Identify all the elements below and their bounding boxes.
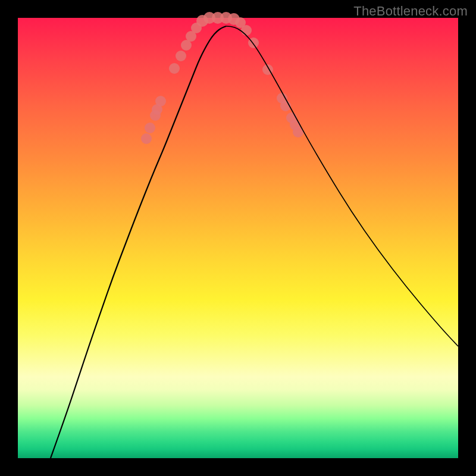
chart-marker [155, 96, 166, 107]
chart-marker [141, 133, 152, 144]
chart-marker [169, 63, 180, 74]
chart-marker [241, 25, 252, 36]
chart-marker [145, 123, 155, 133]
curve-right-branch [226, 26, 458, 346]
chart-marker [176, 51, 186, 61]
watermark-text: TheBottleneck.com [353, 4, 468, 19]
chart-svg [18, 18, 458, 458]
curve-left-branch [51, 26, 226, 458]
markers-group [141, 12, 303, 144]
chart-stage: TheBottleneck.com [0, 0, 476, 476]
